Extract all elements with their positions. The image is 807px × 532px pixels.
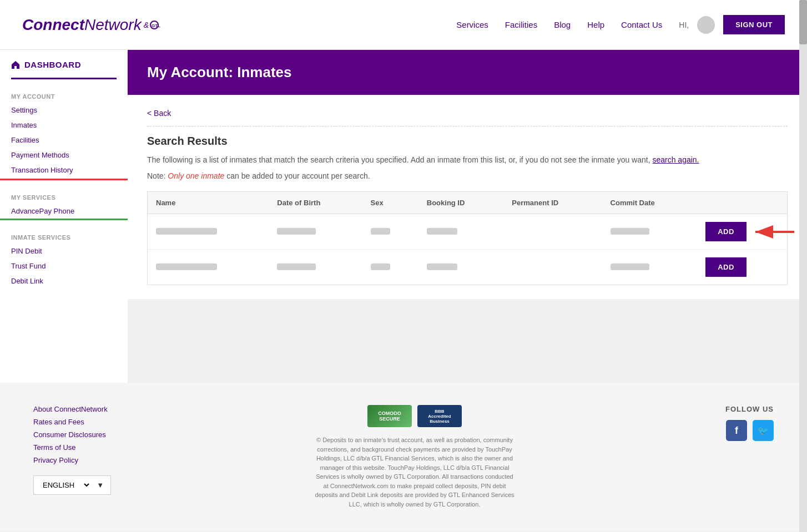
language-dropdown[interactable]: ENGLISH [41,480,91,490]
chevron-down-icon: ▼ [97,481,104,489]
main-container: DASHBOARD MY ACCOUNT Settings Inmates Fa… [0,50,807,383]
sign-out-button[interactable]: SIGN OUT [723,15,785,34]
note-highlight: Only one inmate [168,171,224,180]
col-sex: Sex [362,192,418,214]
nav-blog[interactable]: Blog [554,20,571,29]
add-inmate-button-2[interactable]: ADD [705,257,747,277]
scrollbar-thumb[interactable] [799,0,807,44]
footer-center: COMODO SECURE BBB Accredited Business © … [167,405,663,509]
avatar [697,16,715,34]
col-dob: Date of Birth [269,192,362,214]
sidebar-item-settings[interactable]: Settings [0,103,128,118]
cell-dob-1 [269,214,362,250]
sidebar-item-inmates[interactable]: Inmates [0,118,128,133]
follow-us-label: FOLLOW US [685,405,774,413]
page-title: My Account: Inmates [147,64,788,81]
dashboard-label: DASHBOARD [24,60,81,69]
sidebar-item-pin-debit[interactable]: PIN Debit [0,244,128,259]
footer-about-link[interactable]: About ConnectNetwork [33,405,144,413]
table-row: ADD [148,214,788,250]
nav-services[interactable]: Services [456,20,488,29]
cell-sex-1 [362,214,418,250]
twitter-icon[interactable]: 🐦 [753,420,774,441]
main-nav: Services Facilities Blog Help Contact Us [456,20,662,29]
nav-help[interactable]: Help [587,20,604,29]
cell-sex-2 [362,250,418,285]
footer-legal: © Deposits to an inmate's trust account,… [315,435,515,509]
nav-contact-us[interactable]: Contact Us [621,20,662,29]
cell-booking-2 [418,250,504,285]
back-link[interactable]: < Back [147,109,171,118]
sidebar-item-debit-link[interactable]: Debit Link [0,273,128,288]
svg-text:GTL: GTL [152,23,160,28]
main-content: My Account: Inmates < Back Search Result… [128,50,807,383]
header-right: HI, SIGN OUT [679,15,785,34]
footer-disclosures-link[interactable]: Consumer Disclosures [33,430,144,439]
sidebar-divider [11,78,117,79]
hi-label: HI, [679,21,689,29]
cell-permanent-2 [503,250,602,285]
sidebar-item-payment-methods[interactable]: Payment Methods [0,148,128,163]
footer-rates-link[interactable]: Rates and Fees [33,418,144,426]
facebook-icon[interactable]: f [726,420,747,441]
cell-add-1: ADD [697,214,787,250]
red-arrow [750,221,800,243]
cell-booking-1 [418,214,504,250]
col-commit-date: Commit Date [602,192,698,214]
search-again-link[interactable]: search again. [652,155,699,164]
inmate-services-label: INMATE SERVICES [0,229,128,244]
footer-privacy-link[interactable]: Privacy Policy [33,456,144,464]
logo[interactable]: ConnectNetwork & GTL [22,16,164,34]
cell-add-2: ADD [697,250,787,285]
sidebar-item-advancepay-phone[interactable]: AdvancePay Phone [0,204,128,220]
header: ConnectNetwork & GTL Services Facilities… [0,0,807,50]
logo-gtl: & GTL [144,20,164,30]
footer-right: FOLLOW US f 🐦 [685,405,774,441]
comodo-badge: COMODO SECURE [367,405,412,427]
cell-permanent-1 [503,214,602,250]
footer: About ConnectNetwork Rates and Fees Cons… [0,383,807,531]
col-permanent-id: Permanent ID [503,192,602,214]
section-divider [147,126,788,126]
cell-name-2 [148,250,269,285]
my-account-label: MY ACCOUNT [0,88,128,103]
col-action [697,192,787,214]
cell-commit-2 [602,250,698,285]
sidebar-dashboard: DASHBOARD [0,50,128,78]
logo-connect: Connect [22,16,84,34]
add-inmate-button-1[interactable]: ADD [705,222,747,241]
sidebar-item-trust-fund[interactable]: Trust Fund [0,259,128,273]
table-row: ADD [148,250,788,285]
scrollbar[interactable] [799,0,807,531]
cell-dob-2 [269,250,362,285]
footer-badges: COMODO SECURE BBB Accredited Business [167,405,663,427]
description-text: The following is a list of inmates that … [147,154,788,166]
cell-name-1 [148,214,269,250]
nav-facilities[interactable]: Facilities [505,20,537,29]
social-icons: f 🐦 [685,420,774,441]
results-table: Name Date of Birth Sex Booking ID Perman… [147,191,788,285]
home-icon [11,60,20,69]
bbb-badge: BBB Accredited Business [417,405,462,427]
cell-commit-1 [602,214,698,250]
footer-terms-link[interactable]: Terms of Use [33,443,144,452]
sidebar: DASHBOARD MY ACCOUNT Settings Inmates Fa… [0,50,128,383]
page-header: My Account: Inmates [128,50,807,95]
sidebar-item-transaction-history[interactable]: Transaction History [0,163,128,180]
logo-network: Network [84,16,142,34]
my-services-label: MY SERVICES [0,189,128,204]
search-results-title: Search Results [147,135,788,148]
language-selector[interactable]: ENGLISH ▼ [33,475,111,495]
results-table-container: Name Date of Birth Sex Booking ID Perman… [147,191,788,285]
col-booking-id: Booking ID [418,192,504,214]
note-text: Note: Only one inmate can be added to yo… [147,171,788,180]
col-name: Name [148,192,269,214]
content-body: < Back Search Results The following is a… [128,95,807,299]
footer-links: About ConnectNetwork Rates and Fees Cons… [33,405,144,495]
gtl-logo-icon: GTL [149,20,164,30]
table-header-row: Name Date of Birth Sex Booking ID Perman… [148,192,788,214]
sidebar-item-facilities[interactable]: Facilities [0,133,128,148]
